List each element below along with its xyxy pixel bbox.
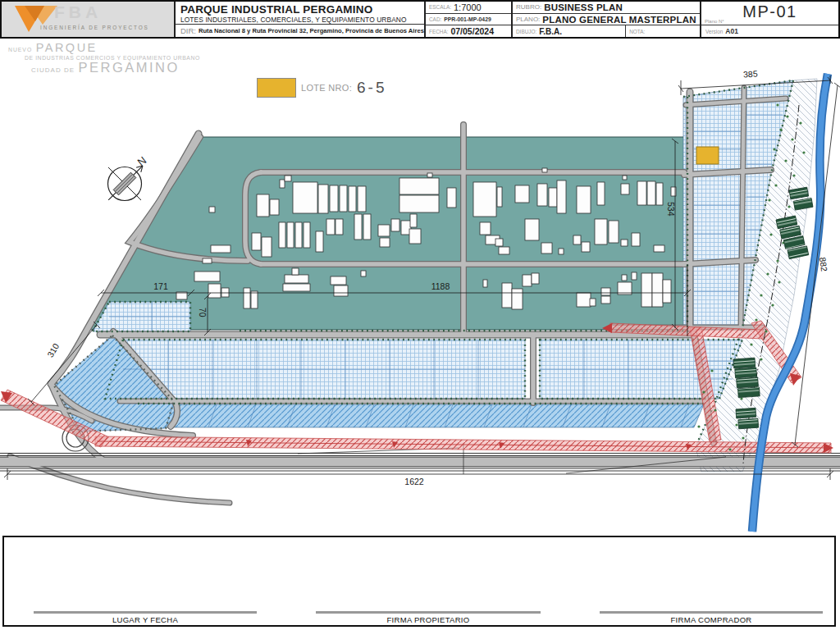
- project-cell: PARQUE INDUSTRIAL PERGAMINO LOTES INDUST…: [176, 2, 426, 37]
- signature-label-propietario: FIRMA PROPIETARIO: [316, 615, 541, 624]
- signature-box: LUGAR Y FECHA FIRMA PROPIETARIO FIRMA CO…: [2, 536, 836, 627]
- dim-171: 171: [153, 281, 168, 291]
- highlighted-lot-6-5[interactable]: [696, 147, 719, 164]
- dim-1188: 1188: [431, 281, 450, 291]
- project-subtitle: LOTES INDUSTRIALES, COMERCIALES, Y EQUIP…: [180, 16, 424, 24]
- north-arrow: N: [107, 154, 149, 203]
- version-value: A01: [725, 27, 738, 35]
- sheet-number-cell: MP-01 Plano N° Version A01: [701, 2, 838, 37]
- plano-value: PLANO GENERAL MASTERPLAN: [542, 15, 696, 25]
- nota-label: NOTA:: [629, 29, 645, 34]
- plano-label: PLANO:: [516, 16, 540, 23]
- meta-cell: ESCALA: 1:7000 CAD: PPR-001-MP-0429 FECH…: [426, 2, 513, 37]
- logo-tagline: INGENIERÍA DE PROYECTOS: [40, 25, 149, 30]
- lot-legend-label: LOTE NRO:: [301, 83, 352, 93]
- dibujo-value: F.B.A.: [539, 27, 562, 36]
- wm-parque: PARQUE: [36, 41, 98, 54]
- cad-label: CAD:: [429, 16, 441, 22]
- sheet-number-label: Plano N°: [705, 19, 724, 24]
- project-watermark: NUEVO PARQUE DE INDUSTRIAS COMERCIOS Y E…: [8, 41, 200, 75]
- version-label: Version: [705, 29, 723, 34]
- dim-1622: 1622: [404, 477, 424, 486]
- dim-310: 310: [45, 341, 61, 358]
- signature-line-propietario[interactable]: [316, 611, 541, 614]
- rubro-label: RUBRO:: [516, 3, 541, 11]
- rubro-value: BUSINESS PLAN: [544, 2, 623, 12]
- project-title: PARQUE INDUSTRIAL PERGAMINO: [180, 3, 424, 16]
- dim-70: 70: [198, 308, 208, 317]
- dir-label: DIR:: [180, 26, 196, 35]
- dim-882: 882: [818, 257, 829, 272]
- plan-cell: RUBRO: BUSINESS PLAN PLANO: PLANO GENERA…: [513, 2, 701, 37]
- lot-legend-value: 6-5: [357, 79, 386, 97]
- signature-label-comprador: FIRMA COMPRADOR: [600, 615, 823, 624]
- fecha-value: 07/05/2024: [450, 26, 494, 36]
- lot-legend: LOTE NRO: 6-5: [257, 78, 386, 98]
- title-block: FBA INGENIERÍA DE PROYECTOS PARQUE INDUS…: [0, 0, 840, 39]
- escala-value: 1:7000: [454, 2, 482, 12]
- wm-pergamino: PERGAMINO: [78, 60, 179, 75]
- fba-watermark-text: FBA: [54, 2, 102, 22]
- plan-sheet: N 385 534 882 1188 171 70 310 1622: [0, 0, 840, 630]
- dim-385: 385: [743, 69, 758, 80]
- dir-value: Ruta Nacional 8 y Ruta Provincial 32, Pe…: [199, 27, 424, 34]
- escala-label: ESCALA:: [429, 4, 451, 10]
- dim-534: 534: [666, 202, 676, 217]
- signature-label-lugar: LUGAR Y FECHA: [34, 615, 257, 624]
- wm-nuevo: NUEVO: [8, 47, 32, 52]
- cad-value: PPR-001-MP-0429: [444, 16, 491, 22]
- fecha-label: FECHA:: [429, 29, 448, 34]
- logo-cell: FBA INGENIERÍA DE PROYECTOS: [2, 2, 176, 37]
- lot-color-swatch: [257, 78, 296, 98]
- signature-line-comprador[interactable]: [600, 611, 823, 614]
- signature-line-lugar[interactable]: [34, 611, 257, 614]
- lot-strip2: [125, 404, 704, 427]
- wm-ciudad-de: CIUDAD DE: [31, 66, 75, 74]
- north-label: N: [135, 154, 149, 169]
- dibujo-label: DIBUJO:: [516, 29, 536, 34]
